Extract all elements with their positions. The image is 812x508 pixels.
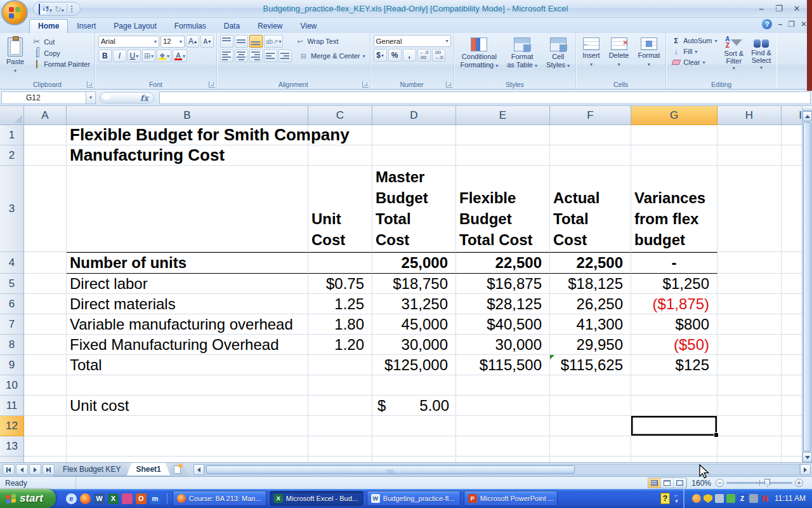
antivirus-tray-icon[interactable] [704,494,712,503]
wrap-text-button[interactable]: ↩Wrap Text [293,37,340,46]
password-keys-icon[interactable] [122,493,133,504]
insert-cells-button[interactable]: Insert▾ [579,35,603,79]
first-sheet-button[interactable] [3,464,15,475]
cell-B2[interactable]: Manufacturing Cost [67,145,308,166]
cell-F14[interactable] [550,457,631,462]
cell-I10[interactable] [782,375,802,396]
italic-button[interactable]: I [113,50,126,62]
row-header-11[interactable]: 11 [0,396,24,416]
internet-explorer-icon[interactable]: e [66,493,77,504]
cell-I6[interactable] [782,294,802,314]
font-color-button[interactable]: A▾ [173,50,187,62]
vertical-scrollbar[interactable] [802,106,812,462]
cell-G9[interactable]: $125 [631,355,717,375]
cell-H12[interactable] [717,416,782,436]
cell-G2[interactable] [631,145,717,166]
column-header-H[interactable]: H [717,106,782,125]
cell-E2[interactable] [456,145,550,166]
cell-I4[interactable] [782,252,802,274]
cell-C5[interactable]: $0.75 [308,274,372,294]
cell-F7[interactable]: 41,300 [550,314,631,335]
cell-E5[interactable]: $16,875 [456,274,550,294]
increase-decimal-button[interactable]: ←.0.00 [417,49,431,62]
cell-I9[interactable] [782,355,802,375]
cell-E13[interactable] [456,436,550,457]
cell-C11[interactable] [308,396,372,416]
cell-B12[interactable] [67,416,308,436]
find-select-button[interactable]: Find & Select▾ [749,35,774,79]
column-header-B[interactable]: B [67,106,308,125]
cell-A3[interactable] [24,166,67,252]
tray-expand-icon[interactable]: ⌐▾ [675,493,678,504]
cell-I3[interactable] [782,166,802,252]
horizontal-scrollbar[interactable] [193,464,811,475]
cell-F12[interactable] [550,416,631,436]
grow-font-button[interactable]: A▴ [186,35,199,48]
taskbar-task-firefox[interactable]: Course: BA 213: Man... [173,491,266,506]
row-header-1[interactable]: 1 [0,125,24,145]
cell-I14[interactable] [782,457,802,462]
cell-D13[interactable] [372,436,456,457]
redo-button[interactable]: ↻▾ [55,5,64,13]
accounting-format-button[interactable]: $▾ [374,49,387,62]
zoom-slider-thumb[interactable] [764,479,770,487]
scroll-left-button[interactable] [193,464,204,475]
decrease-indent-button[interactable] [264,50,277,62]
cell-D5[interactable]: $18,750 [372,274,456,294]
cell-G10[interactable] [631,375,717,396]
customize-qat-button[interactable]: ᎒ [70,5,74,13]
align-center-button[interactable] [235,50,248,62]
font-dialog-launcher[interactable] [209,81,215,88]
cell-A10[interactable] [24,375,67,396]
next-sheet-button[interactable] [29,464,41,475]
format-cells-button[interactable]: Format▾ [634,35,663,79]
select-all-button[interactable] [0,106,24,125]
column-header-G[interactable]: G [631,106,717,125]
alignment-dialog-launcher[interactable] [362,81,369,88]
workbook-minimize-button[interactable]: – [778,20,782,29]
cell-B4[interactable]: Number of units [67,252,308,274]
cell-B6[interactable]: Direct materials [67,294,308,314]
utility-tray-icon[interactable] [715,494,724,503]
cell-G12[interactable] [631,416,717,436]
previous-sheet-button[interactable] [16,464,28,475]
cell-H11[interactable] [717,396,782,416]
cell-A6[interactable] [24,294,67,314]
start-button[interactable]: start [0,489,56,508]
row-header-14[interactable]: 14 [0,457,24,462]
agent-tray-icon[interactable] [726,494,735,503]
cell-H3[interactable] [717,166,782,252]
cell-F9[interactable]: $115,625 [550,355,631,375]
cell-G1[interactable] [631,125,717,145]
cell-F8[interactable]: 29,950 [550,335,631,355]
close-button[interactable]: ✕ [790,4,803,13]
cell-A5[interactable] [24,274,67,294]
row-header-7[interactable]: 7 [0,314,24,335]
cell-C12[interactable] [308,416,372,436]
cell-D10[interactable] [372,375,456,396]
cell-H10[interactable] [717,375,782,396]
cell-I11[interactable] [782,396,802,416]
cell-G7[interactable]: $800 [631,314,717,335]
normal-view-button[interactable] [648,478,661,488]
cell-I2[interactable] [782,145,802,166]
tab-page-layout[interactable]: Page Layout [105,19,165,33]
cell-D1[interactable] [372,125,456,145]
cell-F5[interactable]: $18,125 [550,274,631,294]
decrease-decimal-button[interactable]: .00→.0 [432,49,445,62]
column-header-E[interactable]: E [456,106,550,125]
cell-I13[interactable] [782,436,802,457]
cell-G4[interactable]: - [631,252,717,274]
conditional-formatting-button[interactable]: Conditional Formatting ▾ [457,35,502,79]
cell-I5[interactable] [782,274,802,294]
taskbar-task-powerpoint[interactable]: Microsoft PowerPoint ... [464,491,558,506]
tab-view[interactable]: View [291,19,325,33]
cell-G11[interactable] [631,396,717,416]
column-header-F[interactable]: F [550,106,631,125]
cell-B3[interactable] [67,166,308,252]
cell-I12[interactable] [782,416,802,436]
cell-D6[interactable]: 31,250 [372,294,456,314]
cell-E1[interactable] [456,125,550,145]
number-dialog-launcher[interactable] [446,81,452,88]
row-header-3[interactable]: 3 [0,166,24,252]
